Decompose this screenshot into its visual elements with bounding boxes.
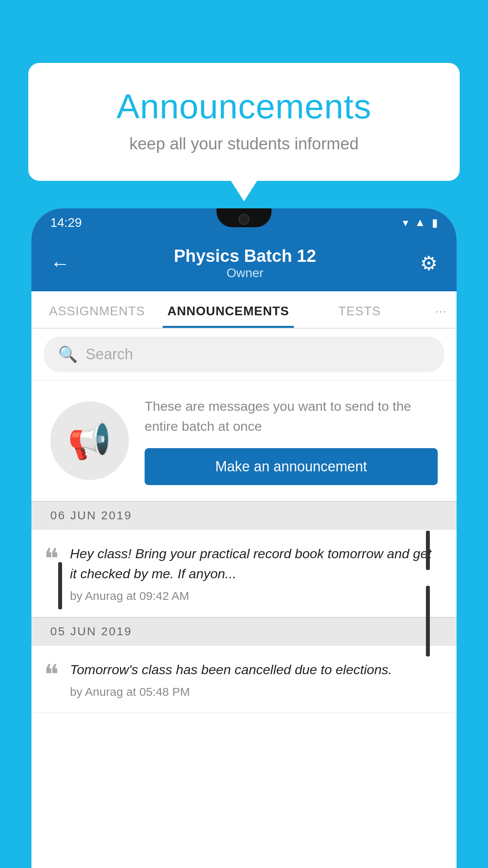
quote-icon-1: ❝ bbox=[44, 545, 59, 573]
speech-bubble-section: Announcements keep all your students inf… bbox=[28, 63, 460, 181]
battery-icon: ▮ bbox=[432, 216, 438, 229]
batch-role: Owner bbox=[174, 266, 316, 280]
promo-icon-circle: 📢 bbox=[50, 401, 129, 480]
speech-bubble-card: Announcements keep all your students inf… bbox=[28, 63, 460, 181]
announcements-subtitle: keep all your students informed bbox=[60, 134, 428, 153]
power-button bbox=[426, 531, 430, 570]
tab-announcements[interactable]: ANNOUNCEMENTS bbox=[163, 291, 294, 328]
announcement-content-1: Hey class! Bring your practical record b… bbox=[70, 544, 438, 603]
app-header: ← Physics Batch 12 Owner ⚙ bbox=[31, 237, 457, 291]
phone-notch bbox=[216, 208, 272, 227]
date-header-1: 06 JUN 2019 bbox=[31, 501, 457, 530]
volume-button bbox=[58, 562, 62, 609]
announcement-item-2[interactable]: ❝ Tomorrow's class has been cancelled du… bbox=[31, 645, 457, 713]
promo-card: 📢 These are messages you want to send to… bbox=[31, 381, 457, 501]
power-button-lower bbox=[426, 586, 430, 657]
announcement-meta-1: by Anurag at 09:42 AM bbox=[70, 589, 438, 603]
wifi-icon: ▾ bbox=[403, 216, 408, 229]
make-announcement-button[interactable]: Make an announcement bbox=[145, 448, 438, 485]
search-container: 🔍 Search bbox=[31, 329, 457, 381]
phone-screen: 14:29 ▾ ▲ ▮ ← Physics Batch 12 Owner ⚙ A… bbox=[31, 208, 457, 868]
date-header-2: 05 JUN 2019 bbox=[31, 617, 457, 645]
announcement-meta-2: by Anurag at 05:48 PM bbox=[70, 685, 438, 699]
phone-frame: 14:29 ▾ ▲ ▮ ← Physics Batch 12 Owner ⚙ A… bbox=[31, 208, 457, 868]
back-button[interactable]: ← bbox=[50, 252, 70, 275]
search-icon: 🔍 bbox=[58, 345, 78, 364]
signal-icon: ▲ bbox=[415, 216, 426, 229]
promo-description: These are messages you want to send to t… bbox=[145, 396, 438, 436]
tab-tests[interactable]: TESTS bbox=[294, 291, 425, 328]
announcements-title: Announcements bbox=[60, 86, 428, 127]
content-area: 🔍 Search 📢 These are messages you want t… bbox=[31, 329, 457, 713]
announcement-text-1: Hey class! Bring your practical record b… bbox=[70, 544, 438, 584]
tab-more[interactable]: ··· bbox=[425, 291, 457, 328]
search-placeholder: Search bbox=[86, 346, 133, 363]
front-camera bbox=[238, 214, 250, 225]
status-icons: ▾ ▲ ▮ bbox=[403, 216, 438, 229]
megaphone-icon: 📢 bbox=[68, 420, 112, 462]
tabs-bar: ASSIGNMENTS ANNOUNCEMENTS TESTS ··· bbox=[31, 291, 457, 329]
batch-title: Physics Batch 12 bbox=[174, 246, 316, 266]
announcement-text-2: Tomorrow's class has been cancelled due … bbox=[70, 660, 438, 680]
status-time: 14:29 bbox=[50, 215, 82, 230]
search-bar[interactable]: 🔍 Search bbox=[44, 337, 444, 372]
tab-assignments[interactable]: ASSIGNMENTS bbox=[31, 291, 163, 328]
announcement-item-1[interactable]: ❝ Hey class! Bring your practical record… bbox=[31, 530, 457, 617]
settings-button[interactable]: ⚙ bbox=[420, 252, 438, 275]
announcement-content-2: Tomorrow's class has been cancelled due … bbox=[70, 660, 438, 699]
promo-content: These are messages you want to send to t… bbox=[145, 396, 438, 485]
quote-icon-2: ❝ bbox=[44, 661, 59, 689]
header-title-block: Physics Batch 12 Owner bbox=[174, 246, 316, 280]
